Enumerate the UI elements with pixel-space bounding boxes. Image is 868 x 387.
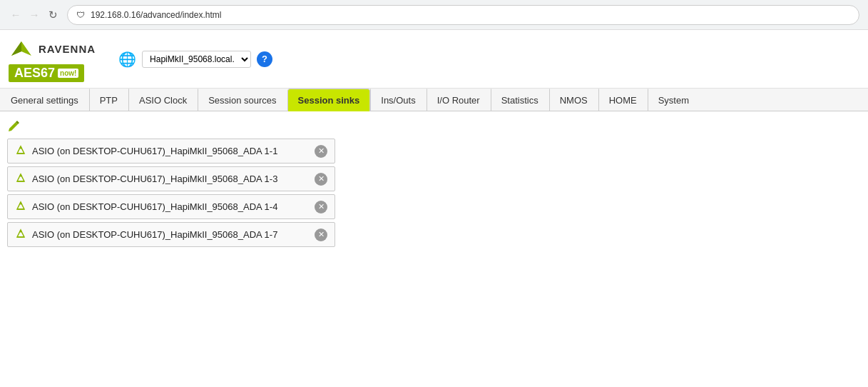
anchor-icon: [15, 172, 26, 186]
sink-item: ASIO (on DESKTOP-CUHU617)_HapiMkII_95068…: [7, 166, 335, 191]
ravenna-bird-icon: [9, 36, 34, 61]
shield-icon: 🛡: [76, 10, 85, 20]
add-sink-button[interactable]: [7, 119, 21, 133]
device-select[interactable]: HapiMkII_95068.local.: [142, 51, 251, 68]
app-header: RAVENNA AES67 now! 🌐 HapiMkII_95068.loca…: [0, 30, 868, 89]
tab-session-sinks[interactable]: Session sinks: [287, 89, 371, 111]
tab-general-settings[interactable]: General settings: [0, 89, 89, 111]
tab-system[interactable]: System: [648, 89, 700, 111]
reload-button[interactable]: ↻: [46, 8, 60, 22]
sink-name: ASIO (on DESKTOP-CUHU617)_HapiMkII_95068…: [32, 146, 277, 156]
remove-sink-button[interactable]: ✕: [315, 201, 327, 213]
tab-ins-outs[interactable]: Ins/Outs: [370, 89, 426, 111]
header-controls: 🌐 HapiMkII_95068.local. ?: [118, 51, 272, 68]
brand-name: RAVENNA: [39, 43, 96, 55]
remove-sink-button[interactable]: ✕: [315, 173, 327, 186]
anchor-icon: [15, 228, 26, 241]
sink-list: ASIO (on DESKTOP-CUHU617)_HapiMkII_95068…: [7, 119, 335, 247]
sink-item: ASIO (on DESKTOP-CUHU617)_HapiMkII_95068…: [7, 139, 335, 164]
anchor-icon-4: [15, 228, 26, 239]
sink-name: ASIO (on DESKTOP-CUHU617)_HapiMkII_95068…: [32, 201, 277, 212]
svg-point-6: [20, 203, 22, 205]
address-bar[interactable]: 🛡 192.168.0.16/advanced/index.html: [67, 5, 859, 25]
help-icon[interactable]: ?: [257, 51, 272, 67]
back-button[interactable]: ←: [9, 8, 23, 22]
anchor-icon-2: [15, 172, 26, 184]
anchor-icon: [15, 144, 26, 156]
sink-item-left: ASIO (on DESKTOP-CUHU617)_HapiMkII_95068…: [15, 200, 277, 213]
tab-asio-clock[interactable]: ASIO Clock: [128, 89, 198, 111]
tab-home[interactable]: HOME: [598, 89, 648, 111]
sink-item: ASIO (on DESKTOP-CUHU617)_HapiMkII_95068…: [7, 194, 335, 219]
pencil-icon: [8, 119, 21, 132]
tab-statistics[interactable]: Statistics: [491, 89, 549, 111]
sink-item-left: ASIO (on DESKTOP-CUHU617)_HapiMkII_95068…: [15, 228, 277, 241]
sink-name: ASIO (on DESKTOP-CUHU617)_HapiMkII_95068…: [32, 174, 277, 184]
tab-io-router[interactable]: I/O Router: [427, 89, 491, 111]
aes67-label: AES67: [14, 66, 55, 81]
nav-tabs: General settings PTP ASIO Clock Session …: [0, 89, 868, 111]
aes67-badge: AES67 now!: [9, 64, 84, 82]
now-label: now!: [58, 69, 78, 78]
main-content: ASIO (on DESKTOP-CUHU617)_HapiMkII_95068…: [0, 111, 868, 257]
browser-nav-buttons: ← → ↻: [9, 8, 60, 22]
tab-nmos[interactable]: NMOS: [549, 89, 598, 111]
svg-point-8: [20, 231, 22, 233]
sink-item: ASIO (on DESKTOP-CUHU617)_HapiMkII_95068…: [7, 222, 335, 247]
svg-point-2: [20, 147, 22, 149]
svg-point-4: [20, 175, 22, 177]
sink-name: ASIO (on DESKTOP-CUHU617)_HapiMkII_95068…: [32, 229, 277, 240]
globe-icon: 🌐: [118, 51, 136, 68]
tab-ptp[interactable]: PTP: [89, 89, 128, 111]
anchor-icon-3: [15, 200, 26, 211]
forward-button[interactable]: →: [27, 8, 41, 22]
tab-session-sources[interactable]: Session sources: [198, 89, 287, 111]
ravenna-logo: RAVENNA: [9, 36, 96, 61]
browser-chrome: ← → ↻ 🛡 192.168.0.16/advanced/index.html: [0, 0, 868, 30]
sink-item-left: ASIO (on DESKTOP-CUHU617)_HapiMkII_95068…: [15, 144, 277, 158]
logo-area: RAVENNA AES67 now!: [9, 36, 96, 82]
url-text: 192.168.0.16/advanced/index.html: [91, 10, 221, 20]
sink-item-left: ASIO (on DESKTOP-CUHU617)_HapiMkII_95068…: [15, 172, 277, 186]
remove-sink-button[interactable]: ✕: [315, 228, 327, 241]
anchor-icon: [15, 200, 26, 213]
sink-arrow-icon: [15, 144, 26, 158]
remove-sink-button[interactable]: ✕: [315, 145, 327, 158]
